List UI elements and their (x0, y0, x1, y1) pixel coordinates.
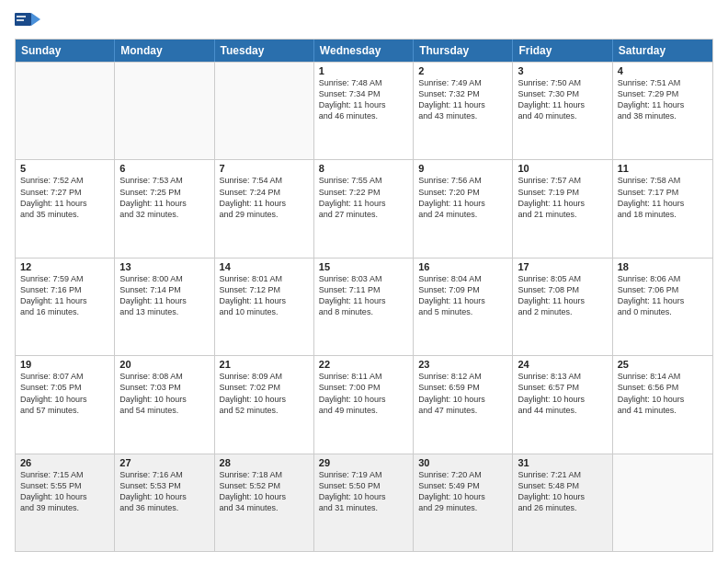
day-info: Sunrise: 8:13 AM Sunset: 6:57 PM Dayligh… (518, 371, 607, 416)
day-number: 2 (418, 65, 507, 76)
svg-rect-2 (17, 16, 26, 17)
logo-icon (15, 11, 40, 31)
day-number: 27 (119, 457, 209, 468)
calendar-cell: 24Sunrise: 8:13 AM Sunset: 6:57 PM Dayli… (513, 356, 612, 453)
day-info: Sunrise: 8:01 AM Sunset: 7:12 PM Dayligh… (220, 273, 309, 318)
day-number: 14 (220, 261, 309, 272)
day-number: 8 (319, 163, 408, 174)
calendar-cell: 4Sunrise: 7:51 AM Sunset: 7:29 PM Daylig… (613, 63, 712, 159)
day-info: Sunrise: 7:19 AM Sunset: 5:50 PM Dayligh… (319, 469, 408, 514)
day-number: 12 (20, 261, 109, 272)
calendar-cell: 20Sunrise: 8:08 AM Sunset: 7:03 PM Dayli… (115, 356, 214, 453)
day-info: Sunrise: 8:06 AM Sunset: 7:06 PM Dayligh… (618, 273, 708, 318)
day-number: 15 (319, 261, 408, 272)
day-info: Sunrise: 7:20 AM Sunset: 5:49 PM Dayligh… (418, 469, 507, 514)
day-number: 16 (418, 261, 507, 272)
calendar-cell: 18Sunrise: 8:06 AM Sunset: 7:06 PM Dayli… (613, 259, 712, 355)
day-info: Sunrise: 8:08 AM Sunset: 7:03 PM Dayligh… (119, 371, 209, 416)
calendar-cell: 28Sunrise: 7:18 AM Sunset: 5:52 PM Dayli… (215, 454, 314, 551)
day-number: 18 (618, 261, 708, 272)
day-number: 21 (220, 359, 309, 370)
calendar-cell: 14Sunrise: 8:01 AM Sunset: 7:12 PM Dayli… (215, 259, 314, 355)
weekday-header: Wednesday (314, 40, 414, 62)
calendar-row: 5Sunrise: 7:52 AM Sunset: 7:27 PM Daylig… (16, 159, 712, 257)
calendar-cell: 10Sunrise: 7:57 AM Sunset: 7:19 PM Dayli… (513, 160, 612, 257)
weekday-header: Monday (115, 40, 214, 62)
day-info: Sunrise: 7:18 AM Sunset: 5:52 PM Dayligh… (220, 469, 309, 514)
calendar-cell: 9Sunrise: 7:56 AM Sunset: 7:20 PM Daylig… (414, 160, 513, 257)
calendar-cell (215, 63, 314, 159)
calendar-cell: 8Sunrise: 7:55 AM Sunset: 7:22 PM Daylig… (314, 160, 414, 257)
day-info: Sunrise: 8:07 AM Sunset: 7:05 PM Dayligh… (20, 371, 109, 416)
day-number: 19 (20, 359, 109, 370)
day-info: Sunrise: 8:12 AM Sunset: 6:59 PM Dayligh… (418, 371, 507, 416)
day-info: Sunrise: 7:59 AM Sunset: 7:16 PM Dayligh… (20, 273, 109, 318)
calendar-cell: 31Sunrise: 7:21 AM Sunset: 5:48 PM Dayli… (513, 454, 612, 551)
day-info: Sunrise: 7:49 AM Sunset: 7:32 PM Dayligh… (418, 77, 507, 122)
day-info: Sunrise: 7:15 AM Sunset: 5:55 PM Dayligh… (20, 469, 109, 514)
calendar-cell: 21Sunrise: 8:09 AM Sunset: 7:02 PM Dayli… (215, 356, 314, 453)
svg-marker-1 (31, 13, 40, 26)
calendar-cell: 6Sunrise: 7:53 AM Sunset: 7:25 PM Daylig… (115, 160, 214, 257)
day-info: Sunrise: 8:05 AM Sunset: 7:08 PM Dayligh… (518, 273, 607, 318)
day-info: Sunrise: 8:00 AM Sunset: 7:14 PM Dayligh… (119, 273, 209, 318)
day-info: Sunrise: 7:57 AM Sunset: 7:19 PM Dayligh… (518, 175, 607, 220)
day-number: 30 (418, 457, 507, 468)
day-number: 9 (418, 163, 507, 174)
calendar-cell: 26Sunrise: 7:15 AM Sunset: 5:55 PM Dayli… (16, 454, 115, 551)
day-number: 6 (119, 163, 209, 174)
logo (15, 11, 44, 31)
calendar-cell: 16Sunrise: 8:04 AM Sunset: 7:09 PM Dayli… (414, 259, 513, 355)
day-info: Sunrise: 7:51 AM Sunset: 7:29 PM Dayligh… (618, 77, 708, 122)
day-number: 22 (319, 359, 408, 370)
day-number: 10 (518, 163, 607, 174)
calendar-cell: 11Sunrise: 7:58 AM Sunset: 7:17 PM Dayli… (613, 160, 712, 257)
weekday-header: Thursday (414, 40, 513, 62)
day-number: 23 (418, 359, 507, 370)
calendar-row: 19Sunrise: 8:07 AM Sunset: 7:05 PM Dayli… (16, 355, 712, 453)
calendar-cell: 1Sunrise: 7:48 AM Sunset: 7:34 PM Daylig… (314, 63, 414, 159)
day-info: Sunrise: 7:58 AM Sunset: 7:17 PM Dayligh… (618, 175, 708, 220)
day-number: 7 (220, 163, 309, 174)
calendar-cell: 7Sunrise: 7:54 AM Sunset: 7:24 PM Daylig… (215, 160, 314, 257)
calendar-cell: 3Sunrise: 7:50 AM Sunset: 7:30 PM Daylig… (513, 63, 612, 159)
calendar-cell (115, 63, 214, 159)
day-info: Sunrise: 7:54 AM Sunset: 7:24 PM Dayligh… (220, 175, 309, 220)
weekday-header: Sunday (16, 40, 115, 62)
calendar-header: SundayMondayTuesdayWednesdayThursdayFrid… (16, 40, 712, 62)
calendar-cell: 25Sunrise: 8:14 AM Sunset: 6:56 PM Dayli… (613, 356, 712, 453)
day-number: 25 (618, 359, 708, 370)
day-info: Sunrise: 7:21 AM Sunset: 5:48 PM Dayligh… (518, 469, 607, 514)
day-info: Sunrise: 7:53 AM Sunset: 7:25 PM Dayligh… (119, 175, 209, 220)
calendar-cell: 12Sunrise: 7:59 AM Sunset: 7:16 PM Dayli… (16, 259, 115, 355)
day-info: Sunrise: 8:11 AM Sunset: 7:00 PM Dayligh… (319, 371, 408, 416)
header (15, 11, 713, 31)
calendar-cell: 13Sunrise: 8:00 AM Sunset: 7:14 PM Dayli… (115, 259, 214, 355)
day-number: 5 (20, 163, 109, 174)
day-info: Sunrise: 8:03 AM Sunset: 7:11 PM Dayligh… (319, 273, 408, 318)
calendar-cell: 22Sunrise: 8:11 AM Sunset: 7:00 PM Dayli… (314, 356, 414, 453)
calendar-cell: 15Sunrise: 8:03 AM Sunset: 7:11 PM Dayli… (314, 259, 414, 355)
calendar-cell (613, 454, 712, 551)
day-number: 20 (119, 359, 209, 370)
day-info: Sunrise: 7:52 AM Sunset: 7:27 PM Dayligh… (20, 175, 109, 220)
calendar-cell: 5Sunrise: 7:52 AM Sunset: 7:27 PM Daylig… (16, 160, 115, 257)
day-info: Sunrise: 7:56 AM Sunset: 7:20 PM Dayligh… (418, 175, 507, 220)
day-number: 28 (220, 457, 309, 468)
day-info: Sunrise: 7:50 AM Sunset: 7:30 PM Dayligh… (518, 77, 607, 122)
day-info: Sunrise: 8:09 AM Sunset: 7:02 PM Dayligh… (220, 371, 309, 416)
calendar-cell: 17Sunrise: 8:05 AM Sunset: 7:08 PM Dayli… (513, 259, 612, 355)
day-info: Sunrise: 7:48 AM Sunset: 7:34 PM Dayligh… (319, 77, 408, 122)
day-number: 3 (518, 65, 607, 76)
weekday-header: Friday (513, 40, 612, 62)
weekday-header: Saturday (613, 40, 712, 62)
svg-rect-3 (17, 19, 24, 21)
calendar-cell: 19Sunrise: 8:07 AM Sunset: 7:05 PM Dayli… (16, 356, 115, 453)
calendar-cell: 30Sunrise: 7:20 AM Sunset: 5:49 PM Dayli… (414, 454, 513, 551)
day-info: Sunrise: 8:04 AM Sunset: 7:09 PM Dayligh… (418, 273, 507, 318)
calendar-cell: 23Sunrise: 8:12 AM Sunset: 6:59 PM Dayli… (414, 356, 513, 453)
calendar-row: 1Sunrise: 7:48 AM Sunset: 7:34 PM Daylig… (16, 62, 712, 159)
day-number: 29 (319, 457, 408, 468)
day-number: 17 (518, 261, 607, 272)
day-number: 4 (618, 65, 708, 76)
